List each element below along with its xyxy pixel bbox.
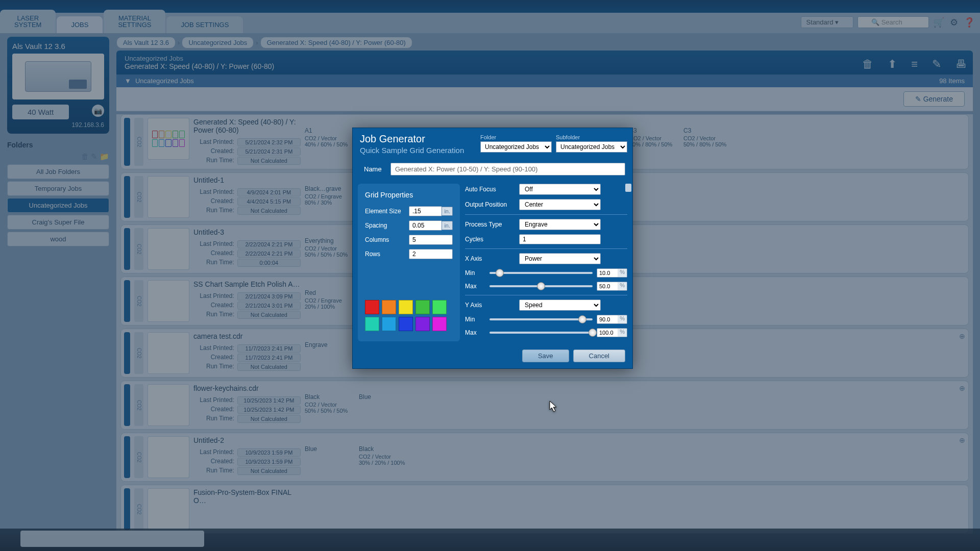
pin-icon[interactable]: ⊕ [959,332,965,340]
save-button[interactable]: Save [522,349,569,362]
drag-handle[interactable] [124,332,130,374]
color-swatch[interactable] [432,317,447,331]
element-size-input[interactable] [409,206,442,216]
auto-focus-select[interactable]: Off [519,184,601,195]
cancel-button[interactable]: Cancel [573,349,625,362]
rows-input[interactable] [409,249,453,259]
collapse-icon[interactable]: ▼ [125,77,131,85]
taskbar-app[interactable] [20,531,204,547]
folder-select[interactable]: Uncategorized Jobs [480,141,552,153]
spacing-input[interactable] [409,220,442,231]
generator-settings-panel: Auto Focus Off Output Position Center Pr… [465,184,627,341]
color-swatch[interactable] [415,300,430,314]
cycles-input[interactable] [519,234,601,244]
search-input[interactable]: 🔍 Search [857,16,929,28]
edit-icon[interactable]: ✎ [932,58,941,71]
laser-type-strip: CO2 [134,118,143,166]
laser-type-strip: CO2 [134,176,143,218]
drag-handle[interactable] [124,488,130,530]
laser-type-strip: CO2 [134,436,143,478]
name-input[interactable] [390,163,625,176]
edit-folder-icon[interactable]: ✎ [91,152,97,161]
x-max-label: Max [465,283,485,290]
camera-icon[interactable]: 📷 [92,105,104,117]
folder-button[interactable]: All Job Folders [7,164,109,179]
job-title: flower-keychains.cdr [193,384,301,392]
color-swatch[interactable] [415,317,430,331]
drag-handle[interactable] [124,436,130,478]
color-swatch[interactable] [382,300,396,314]
tab-job-settings[interactable]: JOB SETTINGS [166,16,243,33]
laser-type-strip: CO2 [134,280,143,322]
pin-icon[interactable]: ⊕ [959,436,965,444]
color-swatch[interactable] [399,317,413,331]
job-card[interactable]: CO2 Fusion-Pro-System-Box FINAL O… [120,485,969,534]
folder-button[interactable]: Uncategorized Jobs [7,198,109,213]
watt-badge: 40 Watt [12,105,69,119]
print-icon[interactable]: 🖶 [955,58,967,71]
delete-icon[interactable]: 🗑 [862,58,873,71]
breadcrumb-item[interactable]: Generated X: Speed (40-80) / Y: Power (6… [260,37,412,48]
job-card[interactable]: CO2 flower-keychains.cdr Last Printed:10… [120,381,969,430]
generate-button[interactable]: Generate [903,91,965,107]
x-min-value[interactable]: 10.0 [599,270,616,276]
unit-label: in. [442,221,453,230]
content-header: Uncategorized Jobs Generated X: Speed (4… [116,51,973,74]
folders-panel: Folders 🗑 ✎ 📁 All Job FoldersTemporary J… [7,141,109,246]
y-max-value[interactable]: 100.0 [599,330,616,336]
folder-button[interactable]: Craig's Super File [7,215,109,230]
columns-input[interactable] [409,235,453,245]
grid-properties-title: Grid Properties [365,191,453,199]
color-settings: BlackCO2 / Vector50% / 50% / 50%Blue [305,384,965,426]
color-swatch[interactable] [365,300,379,314]
item-count: 98 Items [939,77,965,85]
color-swatch[interactable] [382,317,396,331]
x-max-value[interactable]: 50.0 [599,283,616,289]
section-bar[interactable]: ▼Uncategorized Jobs 98 Items [116,74,973,87]
mode-select[interactable]: Standard ▾ [801,16,853,28]
folder-button[interactable]: Temporary Jobs [7,181,109,196]
color-swatch[interactable] [432,300,447,314]
breadcrumb-item[interactable]: Uncategorized Jobs [182,37,254,48]
taskbar[interactable] [0,529,980,551]
rows-label: Rows [365,251,406,258]
tab-material-settings[interactable]: MATERIAL SETTINGS [104,10,165,33]
add-folder-icon[interactable]: 📁 [100,152,109,161]
folder-button[interactable]: wood [7,232,109,246]
y-axis-select[interactable]: Speed [519,299,601,311]
x-axis-select[interactable]: Power [519,253,601,264]
help-icon[interactable]: ❓ [964,17,975,28]
process-type-select[interactable]: Engrave [519,219,601,230]
settings-gear-icon[interactable]: ⚙ [948,17,960,28]
color-swatches [365,300,453,331]
job-card[interactable]: CO2 Untitled-2 Last Printed:10/9/2023 1:… [120,433,969,482]
tab-jobs[interactable]: JOBS [57,16,103,33]
drag-handle[interactable] [124,280,130,322]
color-swatch[interactable] [365,317,379,331]
drag-handle[interactable] [124,384,130,426]
pin-icon[interactable]: ⊕ [959,384,965,392]
basket-icon[interactable]: 🛒 [933,17,944,28]
auto-focus-label: Auto Focus [465,186,516,193]
drag-handle[interactable] [124,176,130,218]
subfolder-select[interactable]: Uncategorized Jobs [556,141,627,153]
y-min-slider[interactable] [489,318,593,320]
color-settings [305,488,965,530]
job-thumbnail [148,118,189,160]
color-swatch[interactable] [399,300,413,314]
output-position-select[interactable]: Center [519,199,601,210]
device-title: Als Vault 12 3.6 [12,42,104,51]
y-max-slider[interactable] [489,332,593,334]
drag-handle[interactable] [124,228,130,270]
scrollbar[interactable] [625,184,631,192]
x-min-slider[interactable] [489,272,593,274]
tab-laser-system[interactable]: LASER SYSTEM [0,10,56,33]
y-min-value[interactable]: 90.0 [599,316,616,322]
align-icon[interactable]: ≡ [911,58,918,71]
drag-handle[interactable] [124,118,130,166]
upload-icon[interactable]: ⬆ [888,58,897,71]
breadcrumb-item[interactable]: Als Vault 12 3.6 [116,37,176,48]
trash-icon[interactable]: 🗑 [81,152,89,161]
x-max-slider[interactable] [489,285,593,287]
device-panel: Als Vault 12 3.6 40 Watt 📷 192.168.3.6 [7,37,109,134]
